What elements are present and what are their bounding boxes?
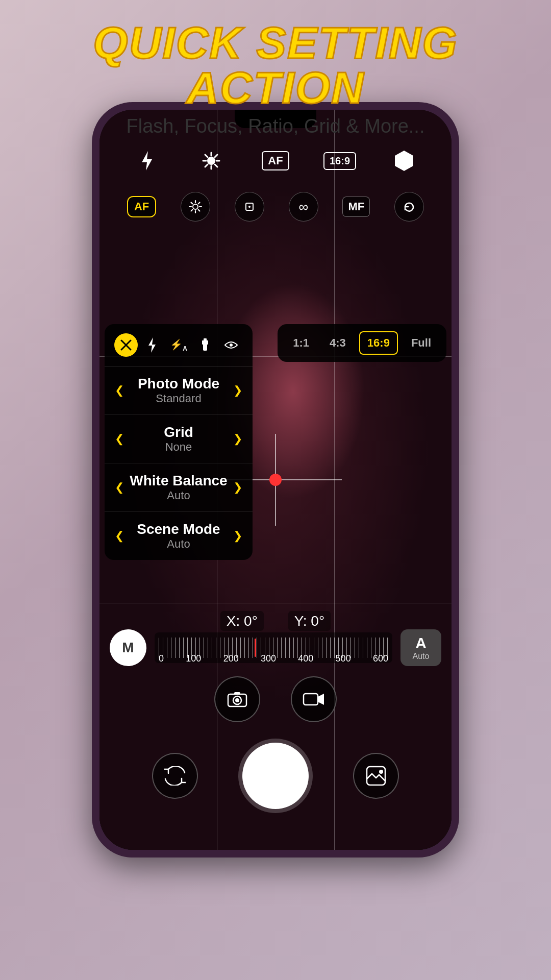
iso-auto-text: Auto: [413, 652, 430, 661]
svg-point-11: [193, 204, 198, 209]
shape-button[interactable]: [389, 145, 419, 176]
grid-left-arrow[interactable]: ❮: [115, 432, 124, 446]
torch-icon[interactable]: [193, 333, 217, 357]
top-controls-bar: AF 16:9: [99, 140, 452, 181]
iso-label-500: 500: [336, 653, 351, 663]
scene-left-arrow[interactable]: ❮: [115, 529, 124, 543]
scene-right-arrow[interactable]: ❯: [233, 529, 242, 543]
flash-auto-icon[interactable]: ⚡A: [167, 333, 190, 357]
white-balance-content: White Balance Auto: [124, 473, 233, 502]
y-coordinate: Y: 0°: [288, 611, 331, 631]
iso-label-600: 600: [373, 653, 388, 663]
scene-mode-menu-item[interactable]: ❮ Scene Mode Auto ❯: [105, 512, 253, 560]
svg-point-23: [235, 698, 239, 702]
svg-rect-19: [204, 338, 207, 341]
grid-value: None: [124, 440, 233, 454]
photo-mode-value: Standard: [124, 392, 233, 405]
photo-mode-title: Photo Mode: [124, 376, 233, 392]
scene-mode-value: Auto: [124, 537, 233, 551]
crosshair-dot: [269, 474, 282, 486]
svg-rect-24: [234, 692, 240, 695]
phone-frame: AF 16:9 AF: [92, 102, 459, 857]
white-balance-menu-item[interactable]: ❮ White Balance Auto ❯: [105, 463, 253, 512]
camera-mode-button[interactable]: [214, 676, 260, 722]
video-mode-button[interactable]: [291, 676, 337, 722]
header: QUICK SETTING ACTION Flash, Focus, Ratio…: [0, 0, 551, 137]
iso-m-button[interactable]: M: [110, 629, 146, 666]
bottom-mode-bar: [99, 676, 452, 722]
photo-mode-left-arrow[interactable]: ❮: [115, 384, 124, 397]
flash-button[interactable]: [132, 145, 162, 176]
photo-mode-content: Photo Mode Standard: [124, 376, 233, 405]
svg-line-8: [215, 155, 217, 157]
grid-title: Grid: [124, 424, 233, 440]
x-coordinate: X: 0°: [220, 611, 264, 631]
ratio-1-1-button[interactable]: 1:1: [286, 332, 316, 354]
svg-marker-16: [148, 337, 156, 353]
iso-track[interactable]: 0 100 200 300 400 500 600: [155, 632, 392, 663]
svg-point-27: [379, 770, 383, 774]
shutter-button[interactable]: [242, 743, 309, 809]
white-balance-value: Auto: [124, 489, 233, 502]
ratio-16-9-button[interactable]: 16:9: [359, 331, 398, 355]
grid-menu-item[interactable]: ❮ Grid None ❯: [105, 415, 253, 463]
svg-rect-18: [202, 340, 208, 345]
gallery-button[interactable]: [353, 753, 399, 799]
grid-right-arrow[interactable]: ❯: [233, 432, 242, 446]
af-active-badge[interactable]: AF: [127, 196, 156, 217]
iso-slider-area: M 0 100 200 300 400 500 600 A: [99, 629, 452, 666]
svg-line-9: [205, 164, 208, 167]
settings-button[interactable]: [181, 192, 210, 222]
flash-off-icon[interactable]: [114, 333, 138, 357]
ratio-button[interactable]: 16:9: [324, 145, 355, 176]
flash-quick-panel: ⚡A ❮: [105, 324, 253, 560]
photo-mode-menu-item[interactable]: ❮ Photo Mode Standard ❯: [105, 366, 253, 415]
iso-labels: 0 100 200 300 400 500 600: [159, 653, 388, 663]
main-title: QUICK SETTING ACTION: [0, 20, 551, 110]
svg-point-20: [230, 344, 233, 347]
reset-button[interactable]: [394, 192, 424, 222]
iso-label-300: 300: [261, 653, 276, 663]
iso-label-200: 200: [223, 653, 239, 663]
ratio-4-3-button[interactable]: 4:3: [322, 332, 353, 354]
wb-left-arrow[interactable]: ❮: [115, 481, 124, 494]
mf-badge[interactable]: MF: [342, 197, 370, 217]
wb-right-arrow[interactable]: ❯: [233, 481, 242, 494]
grid-content: Grid None: [124, 424, 233, 454]
iso-label-400: 400: [298, 653, 313, 663]
photo-mode-right-arrow[interactable]: ❯: [233, 384, 242, 397]
svg-line-7: [215, 164, 217, 167]
flash-icons-row: ⚡A: [105, 324, 253, 366]
iso-label-0: 0: [159, 653, 164, 663]
iso-label-100: 100: [186, 653, 201, 663]
main-subtitle: Flash, Focus, Ratio, Grid & More...: [0, 115, 551, 137]
brightness-button[interactable]: [196, 145, 227, 176]
svg-point-1: [207, 157, 215, 165]
svg-rect-25: [304, 694, 318, 705]
iso-auto-button[interactable]: A Auto: [400, 629, 441, 666]
flip-camera-button[interactable]: [152, 753, 198, 799]
eye-icon[interactable]: [219, 333, 243, 357]
svg-marker-0: [142, 151, 152, 170]
svg-marker-10: [395, 151, 413, 171]
scene-mode-content: Scene Mode Auto: [124, 521, 233, 551]
iso-m-label: M: [122, 640, 134, 656]
svg-line-6: [205, 155, 208, 157]
svg-point-13: [248, 206, 251, 208]
coordinates-display: X: 0° Y: 0°: [99, 613, 452, 629]
second-controls-bar: AF ∞ MF: [115, 189, 436, 225]
scene-mode-title: Scene Mode: [124, 521, 233, 537]
svg-rect-17: [203, 344, 207, 351]
ratio-panel: 1:1 4:3 16:9 Full: [278, 324, 446, 362]
infinity-focus-button[interactable]: ∞: [289, 192, 318, 222]
white-balance-title: White Balance: [124, 473, 233, 489]
flash-on-icon[interactable]: [140, 333, 164, 357]
af-focus-button[interactable]: AF: [260, 145, 291, 176]
iso-auto-letter: A: [415, 634, 427, 652]
phone-inner: AF 16:9 AF: [99, 110, 452, 850]
ratio-full-button[interactable]: Full: [404, 332, 438, 354]
shutter-area: [99, 743, 452, 809]
focus-area-button[interactable]: [235, 192, 264, 222]
